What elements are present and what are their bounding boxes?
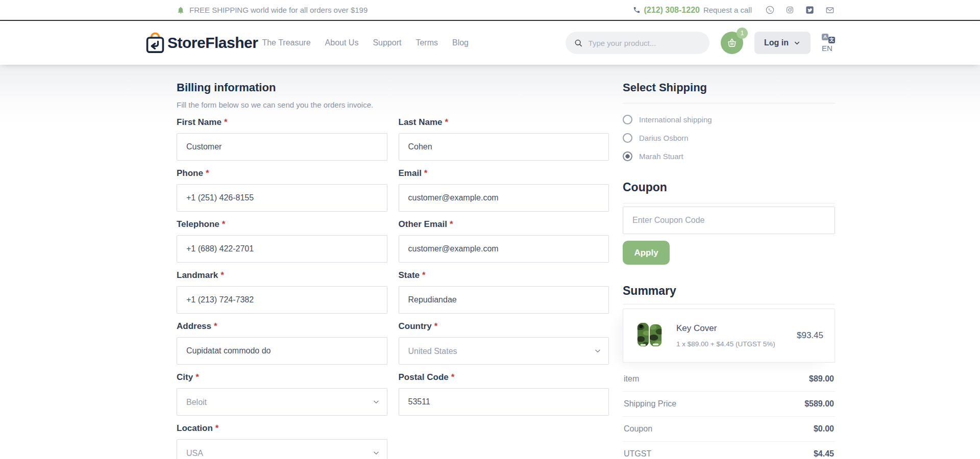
login-label: Log in: [764, 38, 789, 47]
telephone-input[interactable]: [177, 235, 387, 263]
search-input[interactable]: [589, 39, 701, 47]
last-name-input[interactable]: [399, 133, 609, 161]
phone-input[interactable]: [177, 184, 387, 212]
country-select[interactable]: United States: [399, 337, 609, 365]
field-label-text: State: [399, 270, 420, 280]
twitter-icon[interactable]: [805, 5, 815, 15]
summary-row-coupon: Coupon $0.00: [623, 417, 835, 442]
field-label-text: Last Name: [399, 117, 443, 127]
postal-code-input[interactable]: [399, 388, 609, 416]
city-select[interactable]: Beloit: [177, 388, 387, 416]
search-icon: [574, 38, 583, 48]
login-button[interactable]: Log in: [754, 32, 811, 54]
required-asterisk: *: [422, 270, 426, 280]
required-asterisk: *: [215, 423, 219, 433]
divider: [623, 203, 835, 203]
brand-name: StoreFlasher: [167, 34, 258, 52]
cart-widget: 1: [721, 32, 743, 54]
nav-item-blog[interactable]: Blog: [452, 38, 469, 47]
summary-title: Summary: [623, 284, 835, 298]
billing-title: Billing information: [177, 81, 609, 94]
field-label-text: Landmark: [177, 270, 218, 280]
location-select-wrap: USA: [177, 439, 387, 459]
coupon-title: Coupon: [623, 181, 835, 194]
coupon-code-input[interactable]: [623, 207, 835, 234]
summary-row-label: item: [624, 374, 639, 384]
apply-coupon-button[interactable]: Apply: [623, 241, 670, 265]
product-image-key-cover: [634, 320, 666, 351]
city-field: City* Beloit: [177, 372, 387, 416]
country-select-wrap: United States: [399, 337, 609, 365]
required-asterisk: *: [195, 372, 199, 382]
cart-count-badge: 1: [737, 28, 748, 39]
summary-row-value: $4.45: [814, 449, 834, 458]
shipping-title: Select Shipping: [623, 81, 835, 94]
brand-logo[interactable]: StoreFlasher: [145, 32, 258, 54]
field-label-text: First Name: [177, 117, 222, 127]
shipping-option-darius-osborn[interactable]: Darius Osborn: [623, 133, 835, 143]
shipping-radio-international[interactable]: [623, 115, 632, 124]
billing-section: Billing information Fill the form below …: [145, 65, 623, 459]
other-email-input[interactable]: [399, 235, 609, 263]
field-label-text: Telephone: [177, 219, 219, 229]
city-label: City*: [177, 372, 387, 382]
required-asterisk: *: [424, 168, 428, 178]
field-label-text: Country: [399, 321, 432, 331]
summary-row-value: $589.00: [804, 399, 834, 409]
field-label-text: Postal Code: [399, 372, 449, 382]
address-input[interactable]: [177, 337, 387, 365]
basket-icon: [726, 37, 738, 48]
email-input[interactable]: [399, 184, 609, 212]
first-name-input[interactable]: [177, 133, 387, 161]
field-label-text: Other Email: [399, 219, 447, 229]
billing-subtitle: Fill the form below so we can send you t…: [177, 100, 609, 109]
whatsapp-icon[interactable]: [765, 5, 775, 15]
other-email-label: Other Email*: [399, 219, 609, 230]
shipping-option-marah-stuart[interactable]: Marah Stuart: [623, 151, 835, 161]
shipping-option-label: Darius Osborn: [639, 134, 689, 142]
postal-code-field: Postal Code*: [399, 372, 609, 416]
phone-field: Phone*: [177, 168, 387, 212]
instagram-icon[interactable]: [785, 5, 795, 15]
checkout-sidebar: Select Shipping International shipping D…: [623, 65, 835, 459]
state-field: State*: [399, 270, 609, 314]
nav-item-the-treasure[interactable]: The Treasure: [262, 38, 310, 47]
shipping-radio-darius-osborn[interactable]: [623, 133, 632, 143]
required-asterisk: *: [451, 372, 455, 382]
shipping-option-label: International shipping: [639, 115, 712, 124]
state-input[interactable]: [399, 286, 609, 314]
email-icon[interactable]: [825, 5, 835, 15]
other-email-field: Other Email*: [399, 219, 609, 263]
divider: [623, 304, 835, 304]
summary-row-label: Coupon: [624, 424, 652, 434]
phone-number-link[interactable]: (212) 308-1220: [644, 6, 700, 15]
product-info: Key Cover 1 x $89.00 + $4.45 (UTGST 5%): [676, 323, 787, 348]
nav-item-terms[interactable]: Terms: [415, 38, 438, 47]
product-price-detail: 1 x $89.00 + $4.45 (UTGST 5%): [676, 340, 787, 348]
required-asterisk: *: [445, 117, 448, 127]
summary-row-label: Shipping Price: [624, 399, 676, 409]
translate-icon: A 文: [822, 34, 835, 43]
summary-totals: item $89.00 Shipping Price $589.00 Coupo…: [623, 367, 835, 459]
nav-item-support[interactable]: Support: [373, 38, 401, 47]
nav-item-about-us[interactable]: About Us: [325, 38, 359, 47]
landmark-input[interactable]: [177, 286, 387, 314]
required-asterisk: *: [434, 321, 438, 331]
address-field: Address*: [177, 321, 387, 365]
shipping-option-international[interactable]: International shipping: [623, 115, 835, 124]
location-label: Location*: [177, 423, 387, 434]
translate-icon-front: A: [822, 34, 828, 40]
main-nav: The Treasure About Us Support Terms Blog: [262, 38, 469, 47]
postal-code-label: Postal Code*: [399, 372, 609, 382]
city-select-wrap: Beloit: [177, 388, 387, 416]
search-bar: [566, 32, 709, 54]
field-label-text: Phone: [177, 168, 203, 178]
shopping-bag-logo-icon: [145, 32, 165, 54]
shipping-radio-marah-stuart[interactable]: [623, 151, 632, 161]
location-select[interactable]: USA: [177, 439, 387, 459]
email-field: Email*: [399, 168, 609, 212]
address-label: Address*: [177, 321, 387, 332]
landmark-field: Landmark*: [177, 270, 387, 314]
language-switcher[interactable]: A 文 EN: [822, 34, 835, 53]
first-name-field: First Name*: [177, 117, 387, 161]
